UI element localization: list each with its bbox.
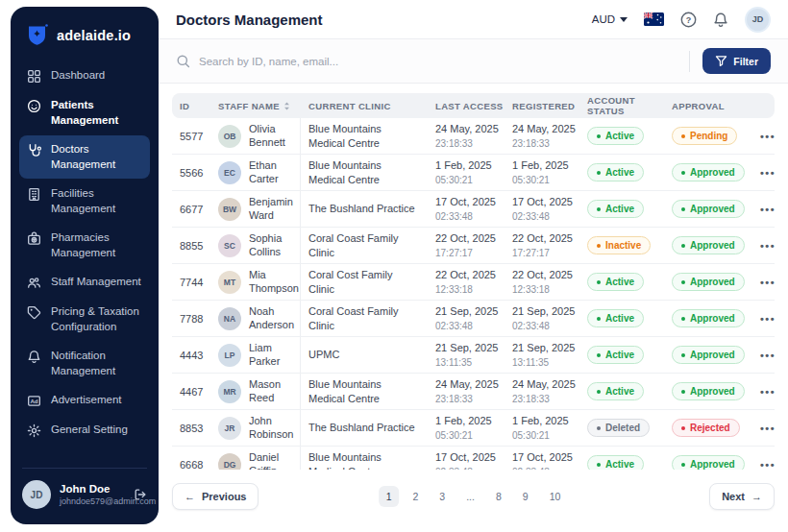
sidebar-item-label: Dashboard — [51, 68, 105, 84]
table-row[interactable]: 7744 MT Mia Thompson Coral Cost Family C… — [172, 264, 775, 301]
cell-current-clinic: UPMC — [301, 348, 428, 361]
page-number-1[interactable]: 1 — [379, 486, 400, 507]
column-header-approval[interactable]: APPROVAL — [664, 101, 749, 111]
sidebar-item-notification-management[interactable]: Notification Management — [19, 342, 150, 385]
cell-id: 6677 — [172, 204, 210, 215]
cell-last-access: 24 May, 202523:18:33 — [428, 378, 505, 403]
cell-last-access: 1 Feb, 202505:30:21 — [428, 415, 505, 440]
row-actions-button[interactable]: ••• — [756, 129, 779, 144]
cell-last-access: 22 Oct, 202512:33:18 — [428, 269, 505, 294]
sidebar-item-facilities-management[interactable]: Facilities Management — [19, 180, 150, 223]
bell-icon — [713, 12, 728, 28]
account-status-badge: Active — [587, 455, 644, 470]
divider — [689, 51, 690, 72]
sidebar-item-patients-management[interactable]: Patients Management — [19, 91, 150, 134]
table-row[interactable]: 5566 EC Ethan Carter Blue Mountains Medi… — [172, 155, 775, 191]
cell-current-clinic: Blue Mountains Medical Centre — [301, 377, 428, 405]
staff-name: Noah Anderson — [249, 305, 300, 332]
cell-id: 8853 — [172, 423, 210, 434]
sidebar-item-dashboard[interactable]: Dashboard — [19, 61, 150, 90]
cell-last-access: 17 Oct, 202502:33:48 — [428, 196, 505, 221]
table-row[interactable]: 8855 SC Sophia Collins Coral Coast Famil… — [172, 228, 775, 264]
cell-current-clinic: Coral Cost Family Clinic — [301, 268, 428, 296]
cell-last-access: 17 Oct, 202502:33:48 — [428, 451, 505, 470]
column-header-current-clinic[interactable]: CURRENT CLINIC — [301, 101, 428, 111]
cell-current-clinic: Coral Coast Family Clinic — [301, 231, 428, 259]
approval-badge: Approved — [672, 455, 745, 470]
table-row[interactable]: 5577 OB Olivia Bennett Blue Mountains Me… — [172, 118, 775, 155]
staff-avatar: MR — [218, 380, 241, 403]
row-actions-button[interactable]: ••• — [756, 275, 779, 290]
sidebar-item-label: Notification Management — [51, 349, 142, 378]
help-button[interactable]: ? — [680, 12, 697, 28]
pagination: ← Previous 123...8910 Next → — [172, 483, 775, 510]
page-number-8[interactable]: 8 — [488, 486, 509, 507]
column-header-account-status[interactable]: ACCOUNT STATUS — [579, 95, 664, 116]
row-actions-button[interactable]: ••• — [756, 457, 779, 471]
table-body: 5577 OB Olivia Bennett Blue Mountains Me… — [172, 118, 775, 470]
column-header-staff-name[interactable]: STAFF NAME — [210, 101, 301, 111]
cell-current-clinic: Coral Coast Family Clinic — [301, 304, 428, 332]
search-input[interactable] — [199, 56, 681, 67]
cell-registered: 1 Feb, 202505:30:21 — [505, 159, 579, 184]
cell-current-clinic: The Bushland Practice — [301, 421, 428, 434]
header-avatar[interactable]: JD — [745, 7, 771, 33]
row-actions-button[interactable]: ••• — [756, 421, 779, 436]
page-title: Doctors Management — [176, 12, 323, 28]
sidebar-item-doctors-management[interactable]: Doctors Management — [19, 135, 150, 179]
doctors-icon — [27, 142, 41, 157]
previous-page-button[interactable]: ← Previous — [172, 483, 259, 510]
table-row[interactable]: 4467 MR Mason Reed Blue Mountains Medica… — [172, 374, 775, 410]
sort-icon — [283, 101, 291, 111]
logo: adelaide.io — [11, 7, 159, 60]
sidebar-item-general-setting[interactable]: General Setting — [19, 416, 150, 445]
arrow-left-icon: ← — [185, 491, 195, 502]
row-actions-button[interactable]: ••• — [756, 348, 779, 363]
cell-id: 5566 — [172, 167, 210, 179]
cell-id: 7744 — [172, 277, 210, 288]
row-actions-button[interactable]: ••• — [756, 384, 779, 399]
row-actions-button[interactable]: ••• — [756, 311, 779, 326]
column-header-registered[interactable]: REGISTERED — [505, 101, 579, 111]
row-actions-button[interactable]: ••• — [756, 238, 779, 254]
sidebar-item-pricing-taxation-configuration[interactable]: Pricing & Taxation Configuration — [19, 298, 150, 341]
page-number-9[interactable]: 9 — [515, 486, 536, 507]
page-number-3[interactable]: 3 — [431, 486, 453, 507]
sidebar-item-label: Patients Management — [51, 98, 142, 128]
logout-button[interactable] — [134, 488, 147, 501]
staff-name: Benjamin Ward — [249, 196, 300, 223]
table-row[interactable]: 6677 BW Benjamin Ward The Bushland Pract… — [172, 191, 775, 228]
column-header-last-access[interactable]: LAST ACCESS — [428, 101, 505, 111]
approval-badge: Rejected — [672, 419, 740, 437]
approval-badge: Pending — [672, 127, 737, 145]
staff-name: Ethan Carter — [249, 159, 300, 186]
currency-dropdown[interactable]: AUD — [592, 13, 628, 25]
staff-avatar: JR — [218, 417, 241, 440]
row-actions-button[interactable]: ••• — [756, 202, 779, 217]
staff-avatar: LP — [218, 344, 241, 367]
table-row[interactable]: 4443 LP Liam Parker UPMC 21 Sep, 202513:… — [172, 337, 775, 374]
sidebar-item-advertisement[interactable]: AdAdvertisement — [19, 386, 150, 415]
table-row[interactable]: 7788 NA Noah Anderson Coral Coast Family… — [172, 301, 775, 337]
page-numbers: 123...8910 — [379, 486, 569, 507]
row-actions-button[interactable]: ••• — [756, 165, 779, 181]
sidebar-user-block: JD John Doe johndoe579@admin.com — [22, 468, 147, 524]
table-row[interactable]: 6668 DG Daniel Griffin Blue Mountains Me… — [172, 447, 775, 470]
doctors-table: ID STAFF NAME CURRENT CLINIC LAST ACCESS… — [159, 84, 788, 470]
sidebar-item-label: Pharmacies Management — [51, 230, 142, 260]
page-number-2[interactable]: 2 — [406, 486, 427, 507]
notifications-button[interactable] — [713, 12, 728, 28]
table-row[interactable]: 8853 JR John Robinson The Bushland Pract… — [172, 410, 775, 447]
staff-avatar: EC — [218, 161, 241, 184]
search-bar: Filter — [159, 39, 788, 84]
column-header-id[interactable]: ID — [172, 101, 210, 111]
filter-button[interactable]: Filter — [702, 48, 771, 74]
logo-text: adelaide.io — [57, 28, 131, 43]
sidebar-item-pharmacies-management[interactable]: Pharmacies Management — [19, 224, 150, 267]
account-status-badge: Active — [587, 346, 644, 364]
staff-name: Mason Reed — [249, 378, 300, 405]
sidebar-item-staff-management[interactable]: Staff Management — [19, 268, 150, 297]
next-page-button[interactable]: Next → — [709, 483, 775, 510]
page-number-10[interactable]: 10 — [542, 486, 569, 507]
app-window: adelaide.io DashboardPatients Management… — [0, 0, 788, 532]
